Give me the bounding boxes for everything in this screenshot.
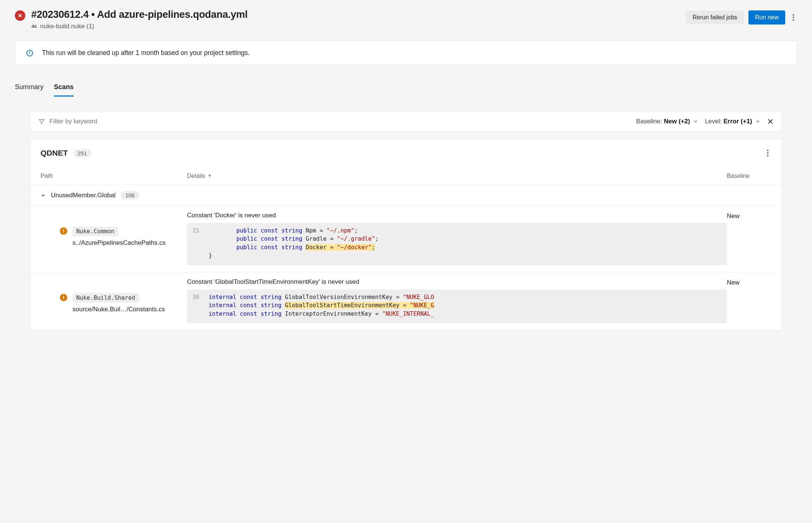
run-new-button[interactable]: Run new — [748, 10, 785, 25]
repo-name: nuke-build.nuke (1) — [40, 23, 94, 30]
run-more-button[interactable] — [790, 11, 797, 24]
issue-row[interactable]: !Nuke.Commons../AzurePipelinesCachePaths… — [30, 205, 782, 272]
issue-group-row[interactable]: UnusedMember.Global 106 — [30, 185, 782, 205]
module-badge: Nuke.Common — [72, 227, 118, 236]
severity-warning-icon: ! — [60, 227, 67, 235]
filter-bar: Baseline: New (+2) Level: Error (+1) — [30, 111, 782, 131]
baseline-filter[interactable]: Baseline: New (+2) — [636, 118, 698, 125]
code-snippet: 38internal const string GlobalToolVersio… — [187, 289, 727, 323]
svg-rect-2 — [33, 25, 34, 26]
run-tabs: Summary Scans — [15, 79, 797, 97]
col-details-header[interactable]: Details — [187, 173, 727, 179]
issues-table-header: Path Details Baseline — [30, 167, 782, 185]
filter-icon — [38, 118, 45, 125]
baseline-status: New — [727, 212, 771, 265]
info-icon: i — [26, 50, 33, 56]
severity-warning-icon: ! — [60, 294, 67, 301]
retention-text: This run will be cleaned up after 1 mont… — [42, 49, 249, 57]
group-count-badge: 106 — [121, 191, 139, 199]
issue-title: Constant 'Docker' is never used — [187, 212, 727, 219]
scan-more-button[interactable] — [764, 147, 771, 159]
file-path: source/Nuke.Buil…/Constants.cs — [72, 306, 165, 313]
tab-summary[interactable]: Summary — [15, 79, 44, 97]
scan-card: QDNET 251 Path Details Baseline UnusedMe… — [30, 139, 782, 330]
rerun-failed-button[interactable]: Rerun failed jobs — [686, 10, 744, 25]
issue-row[interactable]: !Nuke.Build.Sharedsource/Nuke.Buil…/Cons… — [30, 272, 782, 330]
run-title: #20230612.4 • Add azure-pipelines.qodana… — [31, 9, 680, 20]
baseline-status: New — [727, 278, 771, 323]
tab-scans[interactable]: Scans — [54, 79, 74, 97]
run-header: #20230612.4 • Add azure-pipelines.qodana… — [15, 9, 797, 30]
col-path-header[interactable]: Path — [41, 173, 187, 179]
level-filter[interactable]: Level: Error (+1) — [705, 118, 760, 125]
repo-icon — [31, 23, 37, 29]
filter-keyword-input[interactable] — [49, 118, 629, 125]
col-baseline-header[interactable]: Baseline — [727, 173, 771, 179]
sort-ascending-icon — [207, 174, 212, 178]
chevron-down-icon — [41, 193, 46, 198]
status-failed-icon — [15, 10, 25, 21]
svg-rect-0 — [32, 27, 37, 27]
module-badge: Nuke.Build.Shared — [72, 293, 139, 303]
svg-rect-4 — [35, 25, 36, 26]
clear-filters-icon[interactable] — [767, 118, 774, 125]
code-snippet: 15 public const string Npm = "~/.npm"; p… — [187, 223, 727, 265]
chevron-down-icon — [693, 119, 698, 124]
svg-rect-1 — [32, 25, 33, 26]
retention-banner: i This run will be cleaned up after 1 mo… — [15, 40, 797, 65]
line-number: 15 — [192, 227, 201, 260]
chevron-down-icon — [755, 119, 760, 124]
svg-rect-3 — [34, 26, 35, 26]
group-name: UnusedMember.Global — [51, 192, 116, 199]
file-path: s../AzurePipelinesCachePaths.cs — [72, 239, 165, 247]
line-number: 38 — [192, 293, 201, 318]
scan-count-badge: 251 — [73, 149, 91, 157]
issue-title: Constant 'GlobalToolStartTimeEnvironment… — [187, 278, 727, 286]
scan-name: QDNET — [41, 149, 68, 157]
